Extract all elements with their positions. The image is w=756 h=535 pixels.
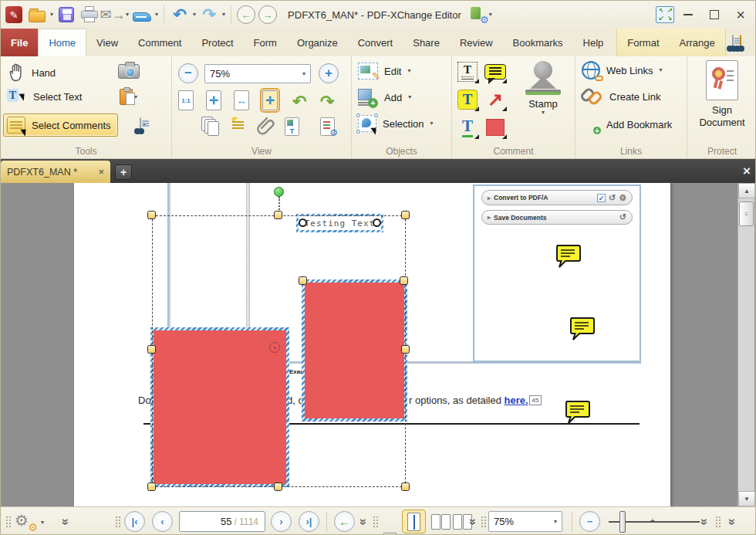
edit-objects-button[interactable]: ✎ Edit▾ — [358, 63, 410, 80]
tab-help[interactable]: Help — [573, 29, 614, 56]
text-box-tool-icon[interactable]: T — [455, 87, 480, 112]
selection-handle-top-left[interactable] — [147, 211, 156, 219]
previous-view-button[interactable]: ← — [334, 511, 355, 532]
continuous-view-icon[interactable] — [402, 510, 426, 533]
scrollbar-thumb[interactable]: ≡ — [739, 201, 754, 226]
search-folder-icon[interactable] — [740, 36, 741, 49]
print-icon[interactable] — [79, 5, 100, 25]
shape-handle[interactable] — [299, 276, 307, 285]
tab-arrange[interactable]: Arrange — [670, 29, 725, 56]
status-options-gears-icon[interactable]: ⚙⚙ — [15, 511, 38, 531]
text-format-tool-icon[interactable]: T — [455, 115, 480, 140]
add-bookmark-button[interactable]: + Add Bookmark — [582, 115, 672, 134]
save-icon[interactable] — [56, 5, 76, 25]
search-document-icon[interactable] — [732, 36, 734, 49]
tab-convert[interactable]: Convert — [348, 29, 403, 56]
scroll-down-icon[interactable]: ▼ — [738, 491, 755, 506]
selection-handle-bottom-left[interactable] — [147, 483, 156, 491]
open-file-icon[interactable] — [27, 5, 47, 25]
scan-icon[interactable] — [132, 5, 152, 25]
undo-icon[interactable]: ↶ — [170, 5, 190, 25]
tab-view[interactable]: View — [86, 29, 128, 56]
email-dropdown-caret[interactable]: ▾ — [126, 12, 129, 18]
email-icon[interactable]: ✉→ — [103, 5, 123, 25]
expand-layout-chevron[interactable]: » — [466, 519, 480, 526]
tab-organize[interactable]: Organize — [287, 29, 348, 56]
tab-share[interactable]: Share — [403, 29, 450, 56]
forward-view-icon[interactable]: → — [258, 5, 277, 24]
sticky-note-annotation[interactable] — [553, 243, 582, 269]
undo-dropdown-caret[interactable]: ▾ — [193, 12, 196, 18]
selection-handle-mid-left[interactable] — [147, 345, 156, 354]
zoom-slider-thumb[interactable] — [619, 511, 626, 533]
close-button[interactable]: × — [727, 5, 754, 25]
rotate-ccw-icon[interactable]: ↶ — [292, 93, 306, 110]
tab-bookmarks[interactable]: Bookmarks — [503, 29, 573, 56]
previous-page-button[interactable]: ‹ — [152, 511, 173, 532]
status-zoom-combobox[interactable]: 75% ▾ — [488, 511, 562, 532]
sign-document-button[interactable]: Sign Document — [687, 60, 756, 130]
fit-visible-icon[interactable]: ✛ — [262, 90, 278, 110]
redo-dropdown-caret[interactable]: ▾ — [222, 12, 225, 18]
rectangle-tool-icon[interactable] — [483, 115, 508, 140]
thumbnails-pane-icon[interactable] — [201, 117, 218, 135]
tab-comment[interactable]: Comment — [128, 29, 191, 56]
expand-nav-chevron[interactable]: » — [356, 519, 370, 526]
selection-handle-top-mid[interactable] — [274, 211, 282, 219]
add-objects-button[interactable]: + Add▾ — [358, 89, 411, 106]
tab-form[interactable]: Form — [244, 29, 287, 56]
tab-file[interactable]: File — [1, 29, 38, 56]
selection-bounding-box[interactable] — [152, 215, 406, 487]
find-button[interactable]: ▾ — [140, 118, 146, 132]
fit-page-icon[interactable]: ✛ — [206, 90, 221, 110]
selection-handle-mid-right[interactable] — [401, 345, 410, 354]
maximize-button[interactable] — [701, 5, 727, 25]
attachments-pane-icon[interactable] — [257, 117, 277, 137]
snapshot-button[interactable] — [118, 64, 140, 79]
selection-handle-bottom-mid[interactable] — [274, 483, 282, 491]
launch-application-icon[interactable]: ⚙ — [469, 5, 489, 24]
vertical-scrollbar[interactable]: ▲ ≡ ▼ — [737, 183, 754, 506]
actual-size-icon[interactable]: 1:1 — [178, 90, 194, 110]
collapse-ribbon-icon[interactable]: » — [748, 29, 756, 56]
launch-dropdown-caret[interactable]: ▾ — [489, 12, 492, 18]
next-page-button[interactable]: › — [271, 511, 292, 532]
last-page-button[interactable]: ›| — [299, 511, 319, 532]
scroll-up-icon[interactable]: ▲ — [738, 183, 755, 198]
close-document-icon[interactable]: × — [743, 164, 751, 179]
status-options-caret[interactable]: ▾ — [41, 520, 44, 526]
open-dropdown-caret[interactable]: ▾ — [50, 12, 53, 18]
page-number-input[interactable]: 55 / 1114 — [179, 511, 265, 532]
document-tab-active[interactable]: PDFXT6_MAN * × — [1, 161, 110, 183]
hand-tool-button[interactable]: Hand — [7, 63, 56, 83]
new-tab-button[interactable]: + — [115, 164, 132, 180]
expand-right-chevron[interactable]: » — [725, 519, 739, 526]
paste-button[interactable]: ▾ — [120, 89, 137, 105]
zoom-out-slider-icon[interactable]: − — [579, 511, 600, 532]
fit-width-icon[interactable]: ↔ — [234, 90, 249, 110]
expand-toolbar-chevron[interactable]: » — [59, 519, 73, 526]
two-page-view-icon[interactable] — [431, 514, 451, 530]
expand-zoom-chevron[interactable]: » — [697, 519, 711, 526]
rotate-cw-icon[interactable]: ↷ — [320, 93, 334, 110]
web-links-button[interactable]: Web Links▾ — [582, 61, 662, 80]
stamp-button[interactable]: Stamp ▾ — [515, 61, 571, 116]
tab-review[interactable]: Review — [450, 29, 503, 56]
zoom-out-icon[interactable]: − — [178, 63, 198, 83]
properties-pane-icon[interactable]: ⚙ — [320, 117, 335, 136]
fullscreen-icon[interactable]: ↖↗↙↘ — [655, 5, 675, 25]
app-logo-icon[interactable]: ✎ — [4, 5, 24, 25]
here-hyperlink[interactable]: here. — [505, 394, 528, 406]
document-tab-close-icon[interactable]: × — [98, 166, 104, 178]
select-text-button[interactable]: T Select Text — [7, 89, 82, 104]
minimize-button[interactable] — [675, 5, 701, 25]
rotation-handle[interactable] — [274, 187, 284, 197]
sticky-note-annotation[interactable] — [567, 316, 596, 342]
sticky-note-annotation[interactable] — [562, 399, 592, 425]
shape-handle[interactable] — [400, 276, 408, 285]
zoom-level-combobox[interactable]: 75% ▾ — [204, 64, 311, 83]
tab-format[interactable]: Format — [617, 29, 669, 56]
first-page-button[interactable]: |‹ — [124, 511, 145, 532]
redo-icon[interactable]: ↷ — [199, 5, 219, 25]
tab-protect[interactable]: Protect — [191, 29, 243, 56]
